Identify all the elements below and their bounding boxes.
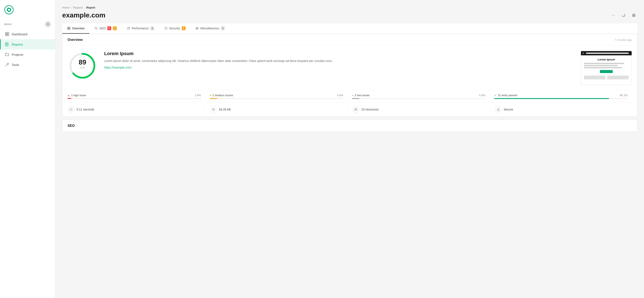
svg-rect-6 <box>5 34 7 36</box>
app-logo <box>4 5 14 14</box>
issues-row: ▲ 1 high issue 2.8% ■ 2 medium issues 5.… <box>62 90 637 102</box>
issue-high-fill <box>68 98 71 99</box>
site-url[interactable]: https://example.com/ <box>104 66 574 69</box>
overview-card: Overview 7 minutes ago 89 100 Lorem Ipsu… <box>62 34 637 116</box>
score-circle: 89 100 <box>68 51 97 81</box>
issue-passed-percent: 86.1% <box>620 94 628 97</box>
stat-security-label: Secure <box>504 108 513 111</box>
tab-security-label: Security <box>169 27 180 30</box>
breadcrumb-sep-2: › <box>84 6 85 9</box>
tab-miscellaneous[interactable]: Miscellaneous 1 <box>191 23 230 34</box>
balance-icon <box>212 108 215 111</box>
issue-passed: ✓ 31 tests passed 86.1% <box>490 94 632 99</box>
overview-time: 7 minutes ago <box>614 38 632 41</box>
shield-icon <box>164 27 168 30</box>
gauge-icon <box>127 27 130 30</box>
stat-time-label: 0.11 seconds <box>76 108 94 111</box>
issue-medium-track <box>210 98 344 99</box>
issue-high-percent: 2.8% <box>195 94 201 97</box>
square-icon: ■ <box>210 94 211 96</box>
sidebar-item-reports[interactable]: Reports <box>0 39 55 49</box>
thumb-line-1 <box>584 63 624 64</box>
site-preview: Lorem Ipsum <box>581 51 632 85</box>
tabs-bar: Overview SEO 1 1 Performance 1 Security … <box>62 23 637 34</box>
tab-performance[interactable]: Performance 1 <box>122 23 159 34</box>
tab-performance-badge: 1 <box>150 26 154 30</box>
svg-text:100: 100 <box>80 66 85 69</box>
clock-icon-container <box>68 106 74 113</box>
svg-point-41 <box>356 109 357 110</box>
tab-seo[interactable]: SEO 1 1 <box>90 23 122 34</box>
triangle-icon: ▲ <box>68 94 70 97</box>
sidebar-item-label: Tools <box>12 63 19 67</box>
svg-rect-17 <box>69 27 70 28</box>
menu-label-row: MENU <box>0 19 55 29</box>
user-avatar[interactable] <box>45 21 51 27</box>
stat-security: Secure <box>490 106 632 113</box>
breadcrumb-home[interactable]: Home <box>62 6 70 9</box>
breadcrumb-reports[interactable]: Reports <box>73 6 83 9</box>
svg-rect-15 <box>633 15 635 16</box>
tool-icon <box>5 63 9 67</box>
issue-label-left: ● 2 low issues <box>352 94 370 97</box>
header-actions: ··· <box>610 12 637 19</box>
tab-overview-label: Overview <box>72 27 84 30</box>
thumb-footer <box>584 76 629 79</box>
circle-icon: ● <box>352 94 353 96</box>
page-header: example.com ··· <box>62 11 637 19</box>
issue-high-track <box>68 98 201 99</box>
grid-icon <box>5 32 9 36</box>
issue-high-text: 1 high issue <box>71 94 86 97</box>
sidebar-nav: Dashboard Reports Projects <box>0 29 55 70</box>
svg-point-3 <box>47 23 48 24</box>
tab-seo-label: SEO <box>99 27 106 30</box>
menu-label-text: MENU <box>4 23 12 25</box>
svg-rect-24 <box>196 27 197 28</box>
svg-point-43 <box>498 110 498 110</box>
svg-line-23 <box>128 28 129 28</box>
svg-point-40 <box>354 109 355 110</box>
stat-time: 0.11 seconds <box>68 106 205 113</box>
check-icon: ✓ <box>494 94 496 97</box>
tab-security-badge: 1 <box>182 26 186 30</box>
issue-medium-text: 2 medium issues <box>212 94 233 97</box>
tab-security[interactable]: Security 1 <box>159 23 191 34</box>
seo-card: SEO <box>62 120 637 132</box>
refresh-icon <box>622 13 626 17</box>
refresh-button[interactable] <box>620 12 627 19</box>
issue-low-label: ● 2 low issues 5.6% <box>352 94 486 97</box>
issue-low: ● 2 low issues 5.6% <box>348 94 490 99</box>
svg-rect-18 <box>68 28 68 29</box>
main-content: Home › Reports › Report example.com ··· <box>56 0 644 298</box>
sidebar-item-label: Dashboard <box>12 32 27 36</box>
issue-low-track <box>352 98 486 99</box>
balance-icon-container <box>210 106 217 113</box>
lock-icon <box>496 108 500 111</box>
thumb-body: Lorem Ipsum <box>581 55 632 85</box>
print-button[interactable] <box>630 12 637 19</box>
more-options-button[interactable]: ··· <box>610 12 617 19</box>
sidebar-item-projects[interactable]: Projects <box>0 49 55 60</box>
breadcrumb: Home › Reports › Report <box>62 6 637 9</box>
thumb-line-2 <box>584 65 618 66</box>
site-description: Lorem ipsum dolor sit amet, consectetur … <box>104 58 574 63</box>
sidebar-item-dashboard[interactable]: Dashboard <box>0 29 55 39</box>
svg-point-2 <box>8 9 10 11</box>
tab-miscellaneous-label: Miscellaneous <box>200 27 220 30</box>
stat-size-label: 54.26 kB <box>219 108 231 111</box>
tab-seo-badge-red: 1 <box>107 26 111 30</box>
sidebar-item-tools[interactable]: Tools <box>0 60 55 70</box>
issue-medium-label: ■ 2 medium issues 5.6% <box>210 94 344 97</box>
overview-title: Overview <box>68 38 83 42</box>
issue-medium-fill <box>210 98 217 99</box>
thumb-url-bar <box>586 52 629 54</box>
tab-miscellaneous-badge: 1 <box>221 26 225 30</box>
svg-point-13 <box>7 63 8 64</box>
issue-low-fill <box>352 98 360 99</box>
folder-icon <box>5 52 9 57</box>
thumb-content-lines <box>584 63 629 68</box>
svg-rect-16 <box>68 27 68 28</box>
breadcrumb-current: Report <box>86 6 95 9</box>
page-title: example.com <box>62 11 106 19</box>
tab-overview[interactable]: Overview <box>62 23 90 34</box>
